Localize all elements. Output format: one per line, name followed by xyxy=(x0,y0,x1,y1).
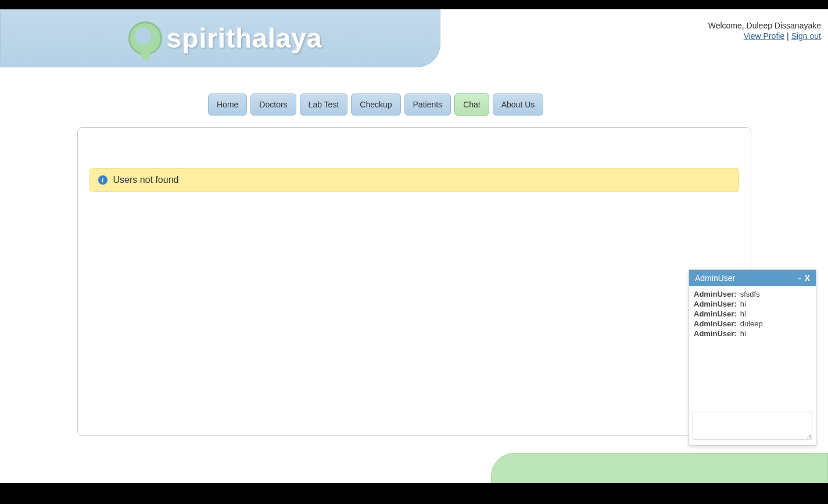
info-icon: i xyxy=(98,175,107,185)
chat-sender: AdminUser: xyxy=(694,300,737,308)
main-content-panel: i Users not found xyxy=(77,127,751,436)
chat-text: duleep xyxy=(740,319,763,328)
welcome-prefix: Welcome, xyxy=(708,21,747,30)
nav-about-us[interactable]: About Us xyxy=(493,93,544,116)
user-name: Duleep Dissanayake xyxy=(747,21,821,30)
nav-lab-test[interactable]: Lab Test xyxy=(300,93,348,116)
bottom-browser-bar xyxy=(0,483,828,504)
sign-out-link[interactable]: Sign out xyxy=(791,31,821,41)
brand-name: spirithalaya xyxy=(167,23,322,54)
chat-text: hi xyxy=(740,329,746,338)
chat-text: sfsdfs xyxy=(740,290,760,298)
chat-widget: AdminUser - X AdminUser: sfsdfs AdminUse… xyxy=(689,269,816,446)
nav-doctors[interactable]: Doctors xyxy=(250,93,296,116)
chat-message: AdminUser: duleep xyxy=(694,319,811,328)
user-panel: Welcome, Duleep Dissanayake View Profie … xyxy=(708,21,821,41)
view-profile-link[interactable]: View Profie xyxy=(744,31,785,41)
chat-input-area xyxy=(689,408,816,445)
chat-message: AdminUser: hi xyxy=(694,309,811,318)
header: spirithalaya Welcome, Duleep Dissanayake… xyxy=(0,9,828,85)
chat-messages: AdminUser: sfsdfs AdminUser: hi AdminUse… xyxy=(689,286,816,408)
footer-decoration xyxy=(491,453,828,483)
link-separator: | xyxy=(784,31,791,41)
chat-message: AdminUser: hi xyxy=(694,300,811,308)
chat-message: AdminUser: hi xyxy=(694,329,811,338)
chat-input[interactable] xyxy=(693,412,812,440)
logo-banner: spirithalaya xyxy=(0,9,440,67)
brand-logo-icon xyxy=(128,21,162,55)
chat-sender: AdminUser: xyxy=(694,309,737,318)
nav-chat[interactable]: Chat xyxy=(454,93,489,116)
chat-message: AdminUser: sfsdfs xyxy=(694,290,811,298)
chat-title: AdminUser xyxy=(695,273,735,283)
chat-text: hi xyxy=(740,300,746,308)
main-nav: Home Doctors Lab Test Checkup Patients C… xyxy=(0,93,828,116)
chat-sender: AdminUser: xyxy=(694,290,737,298)
nav-home[interactable]: Home xyxy=(208,93,247,116)
chat-close-button[interactable]: X xyxy=(805,273,810,283)
chat-minimize-button[interactable]: - xyxy=(798,273,801,283)
chat-header[interactable]: AdminUser - X xyxy=(689,270,816,286)
nav-checkup[interactable]: Checkup xyxy=(351,93,400,116)
chat-sender: AdminUser: xyxy=(694,319,737,328)
top-browser-bar xyxy=(0,0,828,9)
welcome-text: Welcome, Duleep Dissanayake xyxy=(708,21,821,30)
chat-text: hi xyxy=(740,309,746,318)
alert-info: i Users not found xyxy=(89,168,739,192)
alert-message: Users not found xyxy=(113,175,179,185)
nav-patients[interactable]: Patients xyxy=(404,93,451,116)
chat-sender: AdminUser: xyxy=(694,329,737,338)
